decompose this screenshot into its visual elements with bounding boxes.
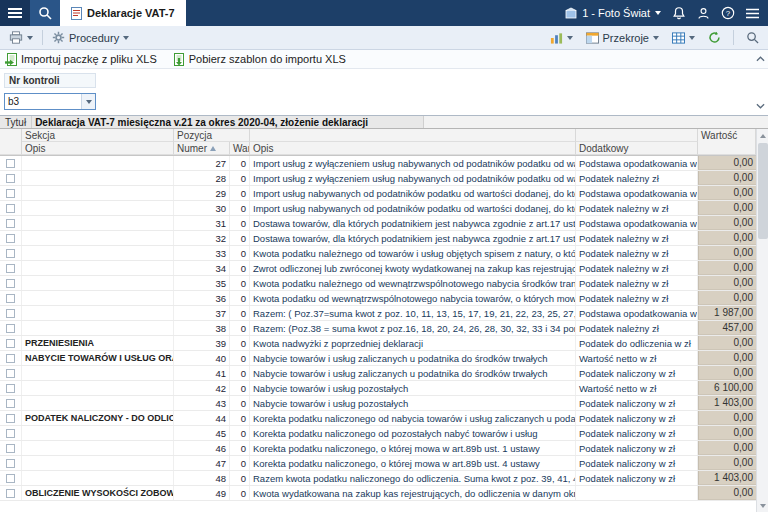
row-checkbox-cell[interactable]: [0, 411, 22, 425]
checkbox-icon[interactable]: [6, 204, 15, 213]
header-opis[interactable]: Opis: [250, 142, 576, 155]
checkbox-icon[interactable]: [6, 219, 15, 228]
table-row[interactable]: 480Razem kwota podatku naliczonego do od…: [0, 471, 756, 486]
app-menu-button[interactable]: [0, 0, 30, 26]
row-checkbox-cell[interactable]: [0, 321, 22, 335]
table-row[interactable]: PRZENIESIENIA390Kwota nadwyżki z poprzed…: [0, 336, 756, 351]
table-row[interactable]: 310Dostawa towarów, dla których podatnik…: [0, 216, 756, 231]
table-row[interactable]: NABYCIE TOWARÓW I USŁUG ORAZ I400Nabycie…: [0, 351, 756, 366]
row-checkbox-cell[interactable]: [0, 471, 22, 485]
header-numer[interactable]: Numer: [174, 142, 230, 155]
filter-combobox[interactable]: b3: [4, 93, 96, 110]
notifications-button[interactable]: [672, 6, 686, 20]
checkbox-icon[interactable]: [6, 339, 15, 348]
vertical-scrollbar[interactable]: [756, 129, 768, 512]
row-checkbox-cell[interactable]: [0, 396, 22, 410]
table-row[interactable]: 330Kwota podatku należnego od towarów i …: [0, 246, 756, 261]
table-row[interactable]: 470Korekta podatku naliczonego, o której…: [0, 456, 756, 471]
scroll-down-button[interactable]: [757, 499, 768, 512]
find-button[interactable]: [741, 29, 764, 46]
checkbox-icon[interactable]: [6, 369, 15, 378]
checkbox-icon[interactable]: [6, 309, 15, 318]
checkbox-icon[interactable]: [6, 294, 15, 303]
print-button[interactable]: [4, 29, 38, 46]
table-row[interactable]: 460Korekta podatku naliczonego, o której…: [0, 441, 756, 456]
row-checkbox-cell[interactable]: [0, 261, 22, 275]
row-checkbox-cell[interactable]: [0, 201, 22, 215]
header-sekcja[interactable]: Sekcja: [22, 129, 174, 142]
checkbox-icon[interactable]: [6, 354, 15, 363]
procedury-button[interactable]: Procedury: [47, 29, 134, 46]
row-checkbox-cell[interactable]: [0, 171, 22, 185]
header-wartosc[interactable]: Wartość: [698, 129, 756, 155]
table-row[interactable]: 360Kwota podatku od wewnątrzwspólnotoweg…: [0, 291, 756, 306]
help-button[interactable]: ?: [721, 6, 735, 20]
checkbox-icon[interactable]: [6, 459, 15, 468]
table-row[interactable]: 350Kwota podatku należnego od wewnątrzws…: [0, 276, 756, 291]
download-template-link[interactable]: Pobierz szablon do importu XLS: [173, 53, 346, 66]
checkbox-icon[interactable]: [6, 189, 15, 198]
checkbox-icon[interactable]: [6, 264, 15, 273]
checkbox-icon[interactable]: [6, 234, 15, 243]
table-row[interactable]: 280Import usług z wyłączeniem usług naby…: [0, 171, 756, 186]
header-wariant[interactable]: Wariant: [230, 142, 250, 155]
table-row[interactable]: 410Nabycie towarów i usług zaliczanych u…: [0, 366, 756, 381]
company-selector[interactable]: 1 - Foto Świat: [565, 7, 661, 19]
table-row[interactable]: 320Dostawa towarów, dla których podatnik…: [0, 231, 756, 246]
checkbox-icon[interactable]: [6, 444, 15, 453]
checkbox-icon[interactable]: [6, 429, 15, 438]
filter-column-header[interactable]: Nr kontroli: [4, 73, 96, 88]
header-sekcja-opis[interactable]: Opis: [22, 142, 174, 155]
checkbox-icon[interactable]: [6, 249, 15, 258]
row-checkbox-cell[interactable]: [0, 291, 22, 305]
checkbox-icon[interactable]: [6, 399, 15, 408]
table-row[interactable]: 300Import usług nabywanych od podatników…: [0, 201, 756, 216]
table-row[interactable]: 290Import usług nabywanych od podatników…: [0, 186, 756, 201]
row-checkbox-cell[interactable]: [0, 426, 22, 440]
checkbox-icon[interactable]: [6, 159, 15, 168]
row-checkbox-cell[interactable]: [0, 366, 22, 380]
row-checkbox-cell[interactable]: [0, 216, 22, 230]
checkbox-icon[interactable]: [6, 174, 15, 183]
refresh-button[interactable]: [703, 29, 726, 46]
table-row[interactable]: 420Nabycie towarów i usług pozostałychWa…: [0, 381, 756, 396]
table-row[interactable]: OBLICZENIE WYSOKOŚCI ZOBOWIĄZ490Kwota wy…: [0, 486, 756, 501]
checkbox-icon[interactable]: [6, 324, 15, 333]
row-checkbox-cell[interactable]: [0, 486, 22, 500]
header-pozycja[interactable]: Pozycja: [174, 129, 250, 142]
row-checkbox-cell[interactable]: [0, 156, 22, 170]
row-checkbox-cell[interactable]: [0, 381, 22, 395]
panel-collapse-button[interactable]: [754, 99, 767, 112]
checkbox-icon[interactable]: [6, 384, 15, 393]
grid-layout-button[interactable]: [667, 30, 700, 46]
table-row[interactable]: 450Korekta podatku naliczonego od pozost…: [0, 426, 756, 441]
table-row[interactable]: 380Razem: (Poz.38 = suma kwot z poz.16, …: [0, 321, 756, 336]
row-checkbox-cell[interactable]: [0, 231, 22, 245]
import-xls-link[interactable]: Importuj paczkę z pliku XLS: [5, 53, 157, 66]
table-row[interactable]: 270Import usług z wyłączeniem usług naby…: [0, 156, 756, 171]
scroll-up-button[interactable]: [757, 129, 768, 142]
row-checkbox-cell[interactable]: [0, 351, 22, 365]
row-checkbox-cell[interactable]: [0, 456, 22, 470]
filter-dropdown-button[interactable]: [81, 94, 95, 109]
table-row[interactable]: 340Zwrot odliczonej lub zwróconej kwoty …: [0, 261, 756, 276]
przekroje-button[interactable]: Przekroje: [581, 30, 664, 46]
table-row[interactable]: 370Razem: ( Poz.37=suma kwot z poz. 10, …: [0, 306, 756, 321]
header-dodatkowy[interactable]: Dodatkowy: [576, 142, 698, 155]
checkbox-icon[interactable]: [6, 279, 15, 288]
row-checkbox-cell[interactable]: [0, 246, 22, 260]
checkbox-icon[interactable]: [6, 414, 15, 423]
row-checkbox-cell[interactable]: [0, 276, 22, 290]
row-checkbox-cell[interactable]: [0, 186, 22, 200]
global-search-button[interactable]: [30, 0, 60, 26]
table-row[interactable]: 430Nabycie towarów i usług pozostałychPo…: [0, 396, 756, 411]
tab-deklaracje-vat7[interactable]: Deklaracje VAT-7: [60, 0, 186, 26]
row-checkbox-cell[interactable]: [0, 441, 22, 455]
user-button[interactable]: [697, 7, 710, 20]
checkbox-icon[interactable]: [6, 474, 15, 483]
chart-button[interactable]: [545, 30, 578, 46]
row-checkbox-cell[interactable]: [0, 336, 22, 350]
window-menu-button[interactable]: [746, 8, 759, 19]
panel-scroll-up-button[interactable]: [754, 53, 767, 66]
scrollbar-thumb[interactable]: [758, 143, 768, 239]
